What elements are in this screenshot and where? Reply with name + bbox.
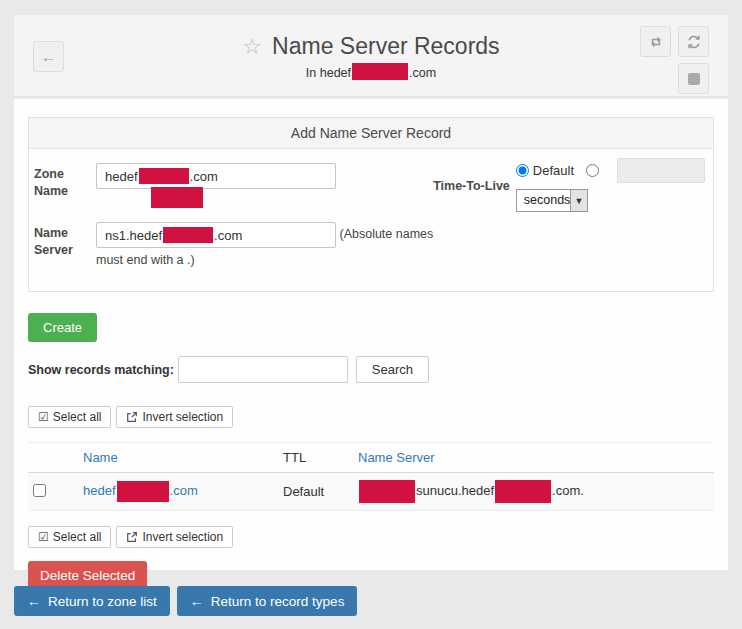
invert-selection-button-top[interactable]: Invert selection: [116, 406, 233, 428]
invert-selection-label: Invert selection: [142, 530, 223, 544]
refresh-button[interactable]: [678, 26, 709, 57]
search-label: Show records matching:: [28, 363, 174, 377]
redaction-box: [151, 187, 203, 208]
invert-selection-icon: [126, 531, 138, 543]
chevron-down-icon: ▼: [570, 190, 586, 211]
row-checkbox[interactable]: [33, 484, 46, 497]
zone-name-input[interactable]: hedef.com: [96, 163, 336, 189]
return-to-record-types-button[interactable]: ← Return to record types: [177, 586, 358, 616]
redaction-box: [139, 168, 189, 184]
subtitle-suffix: .com: [409, 66, 436, 80]
name-server-prefix: ns1.hedef: [105, 228, 162, 243]
return-to-zone-list-label: Return to zone list: [48, 594, 157, 609]
record-name-suffix: .com: [170, 483, 198, 498]
select-all-label: Select all: [53, 410, 102, 424]
favorite-star-icon[interactable]: ☆: [242, 36, 262, 58]
checkbox-checked-icon: ☑: [38, 531, 49, 543]
record-name-server: sunucu.hedef.com.: [353, 473, 714, 511]
ttl-default-label: Default: [533, 163, 574, 178]
search-input[interactable]: [178, 356, 348, 383]
page-title: Name Server Records: [272, 33, 500, 60]
left-arrow-icon: ←: [27, 593, 41, 609]
record-ttl: Default: [278, 473, 353, 511]
repeat-icon: [648, 34, 664, 50]
ttl-custom-radio[interactable]: [586, 164, 599, 177]
header-checkbox-column: [28, 443, 78, 473]
redaction-box: [163, 227, 213, 243]
create-button[interactable]: Create: [28, 313, 97, 342]
record-name-prefix: hedef: [83, 483, 116, 498]
ttl-unit-value: seconds: [517, 190, 571, 211]
repeat-button[interactable]: [640, 26, 671, 57]
zone-name-suffix: .com: [190, 169, 218, 184]
checkbox-checked-icon: ☑: [38, 411, 49, 423]
record-ns-suffix: .com.: [552, 483, 584, 498]
invert-selection-label: Invert selection: [142, 410, 223, 424]
stop-button[interactable]: [678, 63, 709, 94]
zone-name-label: Zone Name: [34, 163, 96, 200]
column-header-name[interactable]: Name: [83, 450, 118, 465]
column-header-ttl: TTL: [278, 443, 353, 473]
select-all-button-bottom[interactable]: ☑ Select all: [28, 526, 111, 548]
invert-selection-icon: [126, 411, 138, 423]
search-button[interactable]: Search: [356, 356, 429, 383]
ttl-label: Time-To-Live: [433, 157, 510, 212]
zone-name-prefix: hedef: [105, 169, 138, 184]
return-to-record-types-label: Return to record types: [211, 594, 345, 609]
record-name-link[interactable]: hedef.com: [83, 483, 198, 498]
header-title-block: ☆ Name Server Records In hedef.com: [14, 33, 728, 80]
left-arrow-icon: ←: [190, 593, 204, 609]
redaction-box: [495, 480, 551, 503]
ttl-field-group: Time-To-Live Default seconds ▼: [433, 157, 705, 212]
name-server-label: Name Server: [34, 222, 96, 273]
page-header: ← ☆ Name Server Records In hedef.com: [14, 15, 728, 97]
select-all-label: Select all: [53, 530, 102, 544]
column-header-name-server[interactable]: Name Server: [358, 450, 435, 465]
return-to-zone-list-button[interactable]: ← Return to zone list: [14, 586, 170, 616]
invert-selection-button-bottom[interactable]: Invert selection: [116, 526, 233, 548]
add-record-panel: Add Name Server Record Zone Name hedef.c…: [28, 117, 714, 292]
subtitle-prefix: In hedef: [306, 66, 351, 80]
records-table: Name TTL Name Server hedef.com Default s…: [28, 442, 714, 511]
select-all-button-top[interactable]: ☑ Select all: [28, 406, 111, 428]
redaction-box: [117, 481, 169, 502]
stop-square-icon: [688, 73, 700, 85]
page-subtitle: In hedef.com: [14, 63, 728, 80]
redaction-box: [352, 63, 408, 80]
ttl-unit-select[interactable]: seconds ▼: [516, 189, 588, 212]
name-server-input[interactable]: ns1.hedef.com: [96, 222, 336, 248]
redaction-box: [359, 480, 415, 503]
panel-title: Add Name Server Record: [29, 118, 713, 149]
refresh-icon: [686, 34, 702, 50]
record-ns-mid: sunucu.hedef: [416, 483, 494, 498]
table-header-row: Name TTL Name Server: [28, 443, 714, 473]
ttl-default-radio[interactable]: [516, 164, 529, 177]
ttl-value-input[interactable]: [617, 158, 705, 183]
main-content: Add Name Server Record Zone Name hedef.c…: [14, 99, 728, 570]
table-row: hedef.com Default sunucu.hedef.com.: [28, 473, 714, 511]
name-server-suffix: .com: [214, 228, 242, 243]
footer-actions: ← Return to zone list ← Return to record…: [14, 586, 357, 616]
